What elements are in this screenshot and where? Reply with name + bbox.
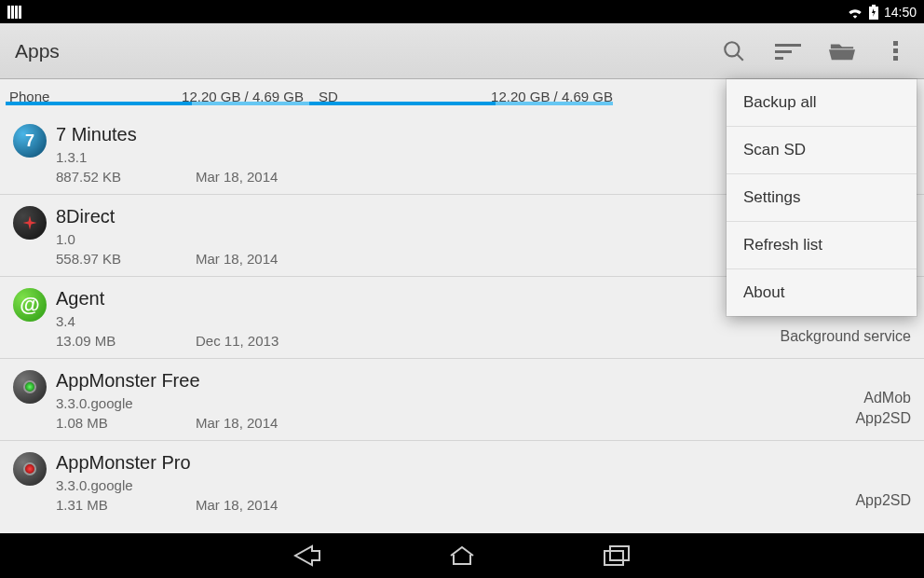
app-name: AppMonster Free xyxy=(56,370,855,392)
list-item[interactable]: AppMonster Pro 3.3.0.google 1.31 MB Mar … xyxy=(0,441,924,522)
signal-icon xyxy=(7,6,21,19)
action-bar: Apps xyxy=(0,23,924,79)
svg-rect-6 xyxy=(775,57,783,60)
app-tag: App2SD xyxy=(855,492,911,509)
home-icon[interactable] xyxy=(445,539,479,572)
app-size: 887.52 KB xyxy=(56,169,196,185)
app-date: Mar 18, 2014 xyxy=(196,169,335,185)
app-version: 3.3.0.google xyxy=(56,395,855,411)
svg-rect-8 xyxy=(893,48,898,53)
folder-icon[interactable] xyxy=(829,38,855,64)
sort-icon[interactable] xyxy=(775,38,801,64)
system-nav-bar xyxy=(0,533,924,578)
svg-point-2 xyxy=(725,42,739,56)
battery-icon xyxy=(869,5,878,20)
app-size: 13.09 MB xyxy=(56,333,196,349)
overflow-menu: Backup all Scan SD Settings Refresh list… xyxy=(727,79,917,316)
svg-rect-10 xyxy=(605,551,623,565)
svg-rect-5 xyxy=(775,50,792,53)
app-version: 3.4 xyxy=(56,313,780,329)
app-tag: App2SD xyxy=(855,410,911,427)
svg-rect-4 xyxy=(775,44,801,47)
menu-about[interactable]: About xyxy=(727,269,917,316)
search-icon[interactable] xyxy=(721,38,747,64)
svg-rect-9 xyxy=(893,56,898,61)
app-icon xyxy=(13,452,47,486)
app-size: 558.97 KB xyxy=(56,251,196,267)
menu-settings[interactable]: Settings xyxy=(727,174,917,222)
svg-rect-7 xyxy=(893,41,898,46)
list-item[interactable]: AppMonster Free 3.3.0.google 1.08 MB Mar… xyxy=(0,359,924,441)
page-title: Apps xyxy=(15,40,721,62)
svg-rect-11 xyxy=(610,546,629,560)
app-icon xyxy=(13,370,47,404)
app-date: Dec 11, 2013 xyxy=(196,333,335,349)
app-size: 1.08 MB xyxy=(56,415,196,431)
app-icon: 7 xyxy=(13,124,47,158)
back-icon[interactable] xyxy=(291,539,324,572)
menu-scan-sd[interactable]: Scan SD xyxy=(727,127,917,174)
app-version: 3.3.0.google xyxy=(56,477,855,493)
clock: 14:50 xyxy=(884,5,917,20)
app-tag: Background service xyxy=(780,328,911,345)
svg-line-3 xyxy=(737,54,743,61)
app-size: 1.31 MB xyxy=(56,497,196,513)
app-date: Mar 18, 2014 xyxy=(196,415,335,431)
system-status-bar: 14:50 xyxy=(0,0,924,23)
app-name: AppMonster Pro xyxy=(56,452,855,474)
menu-backup-all[interactable]: Backup all xyxy=(727,79,917,127)
wifi-icon xyxy=(847,6,863,19)
app-name: Agent xyxy=(56,288,780,310)
app-date: Mar 18, 2014 xyxy=(196,497,335,513)
svg-rect-1 xyxy=(872,5,876,7)
app-date: Mar 18, 2014 xyxy=(196,251,335,267)
app-icon: @ xyxy=(13,288,47,322)
menu-refresh[interactable]: Refresh list xyxy=(727,222,917,269)
overflow-icon[interactable] xyxy=(883,38,909,64)
recent-icon[interactable] xyxy=(600,539,633,572)
app-tag: AdMob xyxy=(855,390,911,406)
app-icon xyxy=(13,206,47,240)
